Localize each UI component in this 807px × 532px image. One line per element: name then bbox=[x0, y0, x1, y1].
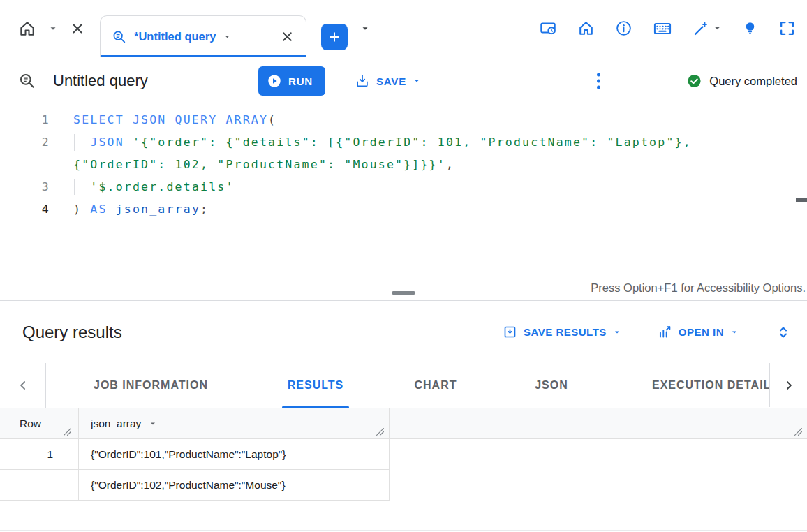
query-tab-title: *Untitled query bbox=[134, 30, 216, 43]
kebab-menu-icon[interactable] bbox=[594, 71, 603, 92]
table-row: 1 {"OrderID":101,"ProductName":"Laptop"} bbox=[0, 439, 389, 470]
editor-results-divider: Press Option+F1 for Accessibility Option… bbox=[0, 279, 807, 301]
close-query-tab-icon[interactable] bbox=[280, 29, 295, 44]
code-line-wrapped: {"OrderID": 102, "ProductName": "Mouse"}… bbox=[0, 154, 807, 176]
resize-handle-icon[interactable] bbox=[376, 427, 385, 436]
open-in-label: OPEN IN bbox=[679, 326, 724, 338]
magic-pen-icon[interactable] bbox=[693, 20, 709, 37]
results-tabs: JOB INFORMATION RESULTS CHART JSON EXECU… bbox=[46, 363, 807, 408]
json-array-cell[interactable]: {"OrderID":101,"ProductName":"Laptop"} bbox=[91, 448, 286, 461]
console-clock-icon[interactable] bbox=[539, 20, 557, 38]
query-magnifier-icon bbox=[18, 72, 36, 90]
open-in-caret-icon bbox=[730, 328, 739, 337]
home-tab-icon[interactable] bbox=[18, 20, 36, 38]
line-number: 2 bbox=[0, 131, 50, 154]
line-number: 3 bbox=[0, 176, 50, 198]
indent-guide bbox=[74, 134, 75, 151]
save-button[interactable]: SAVE bbox=[355, 73, 421, 89]
check-circle-icon bbox=[686, 73, 702, 89]
tab-results[interactable]: RESULTS bbox=[256, 363, 376, 408]
fullscreen-icon[interactable] bbox=[778, 20, 796, 37]
resize-drag-handle[interactable] bbox=[392, 291, 415, 295]
run-button-label: RUN bbox=[288, 75, 313, 87]
save-results-button[interactable]: SAVE RESULTS bbox=[503, 325, 621, 339]
magic-pen-caret-icon[interactable] bbox=[713, 24, 722, 33]
home-tab-caret-icon[interactable] bbox=[48, 24, 58, 34]
active-query-tab[interactable]: *Untitled query bbox=[100, 15, 306, 57]
code-line: 2 JSON '{"order": {"details": [{"OrderID… bbox=[0, 131, 807, 154]
info-icon[interactable] bbox=[615, 20, 632, 37]
save-icon bbox=[355, 73, 370, 89]
chevron-left-icon bbox=[16, 378, 30, 392]
play-circle-icon bbox=[267, 73, 282, 89]
new-tab-caret-icon[interactable] bbox=[360, 24, 370, 34]
code-line: 4 ) AS json_array; bbox=[0, 198, 807, 221]
table-header-row: Row json_array bbox=[0, 408, 807, 439]
status-text: Query completed bbox=[709, 75, 797, 88]
open-in-chart-icon bbox=[658, 325, 672, 339]
line-number bbox=[0, 154, 50, 176]
query-header-bar: Untitled query RUN SAVE Query completed bbox=[0, 57, 807, 105]
lightbulb-icon[interactable] bbox=[742, 20, 758, 36]
save-results-icon bbox=[503, 325, 517, 339]
results-tab-bar: JOB INFORMATION RESULTS CHART JSON EXECU… bbox=[0, 363, 807, 408]
run-button[interactable]: RUN bbox=[258, 66, 325, 96]
json-array-column-header: json_array bbox=[91, 418, 157, 430]
tab-strip-right-controls bbox=[539, 0, 796, 57]
results-title: Query results bbox=[22, 323, 122, 342]
column-divider bbox=[389, 408, 390, 501]
sql-code-editor[interactable]: 1 SELECT JSON_QUERY_ARRAY( 2 JSON '{"ord… bbox=[0, 105, 807, 279]
resize-handle-icon[interactable] bbox=[794, 427, 803, 436]
open-in-button[interactable]: OPEN IN bbox=[658, 325, 739, 339]
json-array-cell[interactable]: {"OrderID":102,"ProductName":"Mouse"} bbox=[91, 479, 286, 492]
sql-generation-control bbox=[693, 20, 722, 37]
tabs-scroll-left[interactable] bbox=[0, 363, 46, 408]
save-caret-icon bbox=[413, 77, 421, 85]
close-home-tab-icon[interactable] bbox=[70, 21, 85, 36]
tabs-scroll-right[interactable] bbox=[769, 363, 807, 407]
line-number: 4 bbox=[0, 198, 50, 221]
query-status: Query completed bbox=[686, 73, 797, 89]
query-results-header: Query results SAVE RESULTS OPEN IN bbox=[0, 301, 807, 363]
indent-guide bbox=[74, 179, 75, 195]
table-row: {"OrderID":102,"ProductName":"Mouse"} bbox=[0, 470, 389, 501]
column-menu-caret-icon[interactable] bbox=[149, 420, 157, 428]
bigquery-editor-window: *Untitled query bbox=[0, 0, 807, 532]
tab-json[interactable]: JSON bbox=[496, 363, 607, 408]
results-table: Row json_array 1 {"OrderID":101,"Product… bbox=[0, 408, 807, 532]
home-icon[interactable] bbox=[577, 20, 595, 37]
unfold-icon[interactable] bbox=[775, 324, 792, 341]
row-column-header: Row bbox=[20, 418, 41, 430]
accessibility-hint: Press Option+F1 for Accessibility Option… bbox=[591, 281, 806, 295]
resize-handle-icon[interactable] bbox=[63, 427, 72, 436]
code-line: 3 '$.order.details' bbox=[0, 176, 807, 198]
column-divider bbox=[78, 408, 79, 501]
editor-tab-strip: *Untitled query bbox=[0, 0, 807, 57]
results-actions: SAVE RESULTS OPEN IN bbox=[503, 324, 792, 341]
query-title: Untitled query bbox=[53, 72, 148, 90]
row-number-cell: 1 bbox=[0, 448, 53, 461]
tab-chart[interactable]: CHART bbox=[376, 363, 496, 408]
save-button-label: SAVE bbox=[376, 75, 406, 87]
new-tab-button[interactable] bbox=[321, 24, 348, 50]
save-results-caret-icon bbox=[613, 328, 621, 337]
query-tab-caret-icon[interactable] bbox=[223, 32, 232, 41]
code-line: 1 SELECT JSON_QUERY_ARRAY( bbox=[0, 109, 807, 131]
bottom-edge-divider bbox=[0, 530, 807, 531]
tab-strip-left-controls bbox=[18, 0, 85, 57]
editor-scrollbar-thumb[interactable] bbox=[796, 198, 807, 202]
tab-job-information[interactable]: JOB INFORMATION bbox=[46, 363, 256, 408]
keyboard-icon[interactable] bbox=[653, 19, 672, 38]
active-tab-underline bbox=[282, 406, 349, 408]
line-number: 1 bbox=[0, 109, 50, 131]
query-magnifier-icon bbox=[112, 29, 127, 45]
chevron-right-icon bbox=[782, 378, 796, 392]
save-results-label: SAVE RESULTS bbox=[524, 326, 607, 338]
